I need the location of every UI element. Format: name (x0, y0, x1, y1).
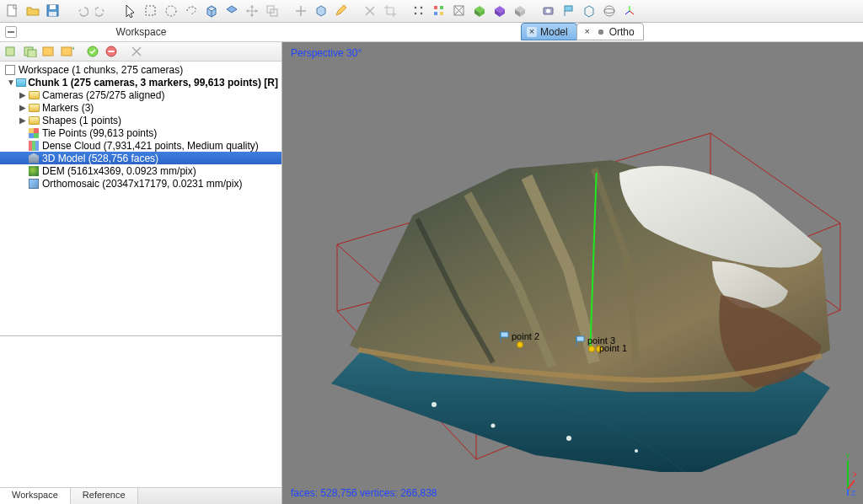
bottom-tabs: Workspace Reference (0, 487, 281, 504)
svg-rect-3 (49, 12, 56, 16)
undo-icon[interactable] (72, 2, 91, 20)
svg-rect-22 (6, 47, 14, 56)
show-cameras-icon[interactable] (539, 2, 558, 20)
svg-rect-25 (43, 47, 53, 56)
svg-rect-12 (434, 6, 437, 9)
shaded-view-icon[interactable] (490, 2, 509, 20)
tree-chunk[interactable]: ▼ Chunk 1 (275 cameras, 3 markers, 99,61… (0, 76, 281, 88)
ruler-icon[interactable] (312, 2, 330, 20)
tree-shapes[interactable]: ▶ Shapes (1 points) (0, 114, 281, 126)
axis-gizmo: Y X Z (811, 452, 856, 497)
tree-3dmodel[interactable]: 3D Model (528,756 faces) (0, 152, 281, 164)
delete-icon[interactable] (361, 2, 379, 20)
solid-view-icon[interactable] (470, 2, 489, 20)
tree-dem[interactable]: DEM (5161x4369, 0.0923 mm/pix) (0, 164, 281, 177)
add-chunk2-icon[interactable] (22, 43, 39, 60)
textured-view-icon[interactable] (511, 2, 529, 20)
svg-rect-37 (501, 332, 508, 337)
minimize-panel-icon[interactable] (5, 26, 17, 38)
expand-arrow-icon[interactable]: ▶ (19, 90, 27, 99)
move-icon[interactable] (243, 2, 261, 20)
viewport-3d[interactable]: Perspective 30° (282, 42, 863, 504)
tree-densecloud[interactable]: Dense Cloud (7,931,421 points, Medium qu… (0, 139, 281, 152)
left-panel: + Workspace (1 chunks, 275 cameras) ▼ Ch… (0, 42, 282, 504)
pencil-icon[interactable] (332, 2, 351, 20)
tab-label: Model (540, 26, 568, 38)
tree-cameras[interactable]: ▶ Cameras (275/275 aligned) (0, 88, 281, 101)
show-axes-icon[interactable] (620, 2, 639, 20)
tree-workspace[interactable]: Workspace (1 chunks, 275 cameras) (0, 63, 281, 76)
model-icon (27, 153, 40, 164)
redo-icon[interactable] (93, 2, 111, 20)
svg-point-8 (415, 7, 416, 8)
lower-panel (0, 335, 281, 487)
disable-icon[interactable] (103, 43, 120, 60)
densecloud-icon (27, 140, 40, 152)
save-icon[interactable] (44, 2, 62, 20)
show-region-icon[interactable] (580, 2, 598, 20)
svg-rect-26 (62, 47, 72, 56)
remove-icon[interactable] (128, 43, 145, 60)
rect-select-icon[interactable] (142, 2, 160, 20)
crop-icon[interactable] (381, 2, 399, 20)
close-tab-icon[interactable]: × (582, 27, 592, 37)
marker-point-1[interactable]: point 1 (586, 343, 627, 353)
mesh-stats: faces: 528,756 vertices: 266,838 (291, 487, 437, 499)
close-tab-icon[interactable]: × (527, 27, 537, 37)
svg-point-36 (635, 449, 638, 453)
chunk-icon (15, 77, 26, 88)
open-icon[interactable] (24, 2, 42, 20)
workspace-tree[interactable]: Workspace (1 chunks, 275 cameras) ▼ Chun… (0, 62, 281, 335)
svg-rect-30 (109, 51, 115, 52)
expand-arrow-icon[interactable]: ▶ (19, 103, 27, 112)
dense-view-icon[interactable] (430, 2, 448, 20)
pointer-icon[interactable] (121, 2, 140, 20)
orthomosaic-tab-icon (596, 27, 606, 37)
collapse-arrow-icon[interactable]: ▼ (7, 78, 15, 87)
lasso-select-icon[interactable] (182, 2, 201, 20)
expand-arrow-icon[interactable]: ▶ (19, 115, 27, 125)
tab-model[interactable]: × Model (521, 23, 577, 40)
enable-icon[interactable] (84, 43, 101, 60)
new-icon[interactable] (3, 2, 22, 20)
tab-label: Ortho (609, 26, 635, 38)
box-3d-icon[interactable] (202, 2, 221, 20)
svg-point-20 (604, 6, 614, 16)
svg-text:+: + (72, 46, 74, 52)
add-chunk-icon[interactable] (3, 43, 20, 60)
tree-orthomosaic[interactable]: Orthomosaic (20347x17179, 0.0231 mm/pix) (0, 177, 281, 190)
show-markers-icon[interactable] (560, 2, 578, 20)
svg-point-33 (432, 402, 437, 407)
svg-rect-13 (440, 6, 443, 9)
scale-icon[interactable] (263, 2, 281, 20)
svg-text:Z: Z (851, 489, 856, 497)
svg-rect-19 (565, 6, 572, 11)
add-photos-icon[interactable] (40, 43, 57, 60)
tree-markers[interactable]: ▶ Markers (3) (0, 101, 281, 114)
tab-reference[interactable]: Reference (71, 488, 138, 504)
svg-rect-2 (50, 5, 56, 9)
dem-icon (27, 165, 40, 177)
svg-text:X: X (853, 470, 856, 479)
circle-select-icon[interactable] (162, 2, 180, 20)
tree-tiepoints[interactable]: Tie Points (99,613 points) (0, 126, 281, 139)
main-toolbar (0, 0, 863, 23)
plus-icon[interactable] (292, 2, 310, 20)
svg-rect-0 (8, 5, 16, 16)
svg-point-9 (421, 7, 422, 8)
tab-ortho[interactable]: × Ortho (576, 23, 644, 40)
marker-point-2[interactable]: point 2 (500, 331, 539, 348)
tab-workspace[interactable]: Workspace (0, 488, 71, 504)
points-view-icon[interactable] (410, 2, 428, 20)
tab-strip: Workspace × Model × Ortho (0, 23, 863, 42)
workspace-panel-title: Workspace (0, 23, 282, 41)
add-folder-icon[interactable]: + (59, 43, 76, 60)
wire-view-icon[interactable] (450, 2, 469, 20)
svg-rect-24 (28, 50, 36, 57)
show-trackball-icon[interactable] (600, 2, 619, 20)
terrain-mesh (316, 135, 847, 472)
svg-text:Y: Y (845, 452, 850, 460)
svg-point-18 (546, 9, 550, 13)
svg-line-41 (848, 480, 855, 489)
region-icon[interactable] (222, 2, 241, 20)
